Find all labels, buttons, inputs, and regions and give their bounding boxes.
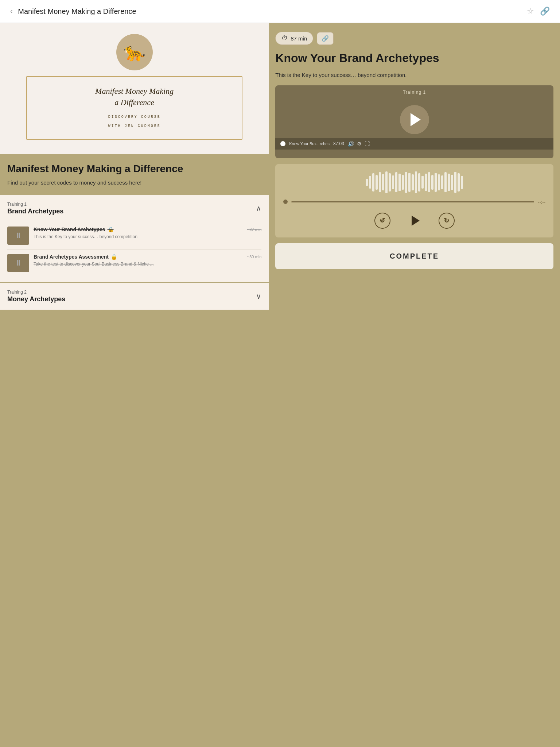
- video-play-icon: [411, 113, 421, 126]
- lesson-2-desc: Take the test to discover your Soul Busi…: [34, 261, 243, 267]
- audio-controls: ↺ 15 ↻ 15: [283, 211, 545, 230]
- video-subtitle: This is the Key to your success… beyond …: [275, 71, 553, 80]
- lesson-2-duration: ~30 min: [247, 255, 261, 259]
- waveform-bar: [438, 174, 440, 190]
- left-column: 🐆 Manifest Money Makinga Difference DISC…: [0, 23, 269, 744]
- waveform-bar: [412, 174, 414, 190]
- waveform-bar: [428, 172, 430, 192]
- leopard-icon: 🐆: [124, 42, 145, 62]
- waveform-bar: [385, 171, 388, 193]
- video-controls: Know Your Bra…rches 87:03 🔊 ⚙ ⛶: [275, 138, 553, 150]
- audio-player: --:-- ↺ 15 ↻ 15: [275, 164, 553, 237]
- waveform-bar: [451, 175, 453, 190]
- lesson-1-info: Know Your Brand Archetypes 🔒 This is the…: [34, 227, 243, 240]
- waveform-bar: [405, 172, 407, 193]
- audio-progress-bar[interactable]: [291, 201, 534, 202]
- training-1-label: Training 1: [7, 202, 63, 207]
- training-2-section: Training 2 Money Archetypes ∨: [0, 283, 269, 310]
- course-image-box: Manifest Money Makinga Difference DISCOV…: [26, 76, 242, 140]
- training-2-header[interactable]: Training 2 Money Archetypes ∨: [0, 283, 269, 310]
- share-icon[interactable]: 🔗: [540, 7, 550, 16]
- training-2-label: Training 2: [7, 290, 65, 295]
- lesson-thumbnail: ⏸: [7, 254, 29, 272]
- waveform-bar: [366, 179, 368, 186]
- video-control-icons: 🔊 ⚙ ⛶: [348, 141, 370, 147]
- lesson-thumbnail: ⏸: [7, 227, 29, 245]
- lessons-list: ⏸ Know Your Brand Archetypes 🔒 This is t…: [0, 222, 269, 282]
- right-column: ⏱ 87 min 🔗 Know Your Brand Archetypes Th…: [269, 23, 560, 744]
- course-description: Find out your secret codes to money and …: [7, 179, 261, 187]
- audio-progress-dot: [283, 200, 288, 204]
- duration-badge: ⏱ 87 min: [275, 32, 313, 45]
- video-title-section: Know Your Brand Archetypes: [275, 51, 553, 65]
- waveform-bar: [435, 173, 437, 192]
- course-image-section: 🐆 Manifest Money Makinga Difference DISC…: [0, 23, 269, 154]
- leopard-avatar: 🐆: [116, 34, 153, 70]
- duration-bar: ⏱ 87 min 🔗: [275, 32, 553, 45]
- back-button[interactable]: ‹: [10, 7, 13, 16]
- audio-play-icon: [412, 216, 420, 226]
- lesson-item[interactable]: ⏸ Know Your Brand Archetypes 🔒 This is t…: [7, 222, 261, 249]
- app-header: ‹ Manifest Money Making a Difference ☆ 🔗: [0, 0, 560, 23]
- header-right: ☆ 🔗: [527, 7, 550, 16]
- waveform-bar: [398, 174, 401, 191]
- waveform-bar: [369, 176, 371, 189]
- training-2-info: Training 2 Money Archetypes: [7, 290, 65, 303]
- chevron-down-icon[interactable]: ∨: [256, 292, 261, 301]
- clock-icon: ⏱: [281, 35, 288, 42]
- video-time: 87:03: [333, 141, 344, 146]
- training-1-info: Training 1 Brand Archetypes: [7, 202, 63, 215]
- link-button[interactable]: 🔗: [317, 32, 334, 45]
- video-title: Know Your Brand Archetypes: [275, 51, 553, 65]
- training-2-name: Money Archetypes: [7, 295, 65, 303]
- audio-play-button[interactable]: [405, 211, 424, 230]
- course-author: WITH JEN CUDMORE: [38, 124, 231, 128]
- lesson-2-title: Brand Archetypes Assessment 🔒: [34, 254, 243, 260]
- video-player[interactable]: Training 1 Know Your Bra…rches 87:03 🔊 ⚙…: [275, 85, 553, 158]
- waveform-bar: [444, 172, 447, 192]
- course-info: Manifest Money Making a Difference Find …: [0, 154, 269, 195]
- rewind-label: 15: [381, 219, 384, 223]
- training-1-name: Brand Archetypes: [7, 208, 63, 215]
- video-volume-icon[interactable]: 🔊: [348, 141, 354, 147]
- forward-button[interactable]: ↻ 15: [439, 213, 455, 229]
- favorite-icon[interactable]: ☆: [527, 7, 534, 16]
- main-layout: 🐆 Manifest Money Makinga Difference DISC…: [0, 23, 560, 744]
- waveform: [283, 171, 545, 193]
- chevron-up-icon[interactable]: ∧: [256, 204, 261, 213]
- course-italic-title: Manifest Money Makinga Difference: [38, 86, 231, 108]
- waveform-bar: [431, 175, 433, 190]
- lesson-item[interactable]: ⏸ Brand Archetypes Assessment 🔒 Take the…: [7, 249, 261, 276]
- waveform-bar: [408, 173, 411, 192]
- header-left: ‹ Manifest Money Making a Difference: [10, 7, 136, 16]
- training-1-header[interactable]: Training 1 Brand Archetypes ∧: [0, 195, 269, 222]
- rewind-button[interactable]: ↺ 15: [374, 213, 390, 229]
- duration-label: 87 min: [291, 35, 307, 42]
- course-subtitle: DISCOVERY COURSE: [38, 115, 231, 119]
- pause-icon: ⏸: [14, 231, 22, 240]
- pause-icon: ⏸: [14, 258, 22, 268]
- waveform-bar: [415, 171, 417, 193]
- header-title: Manifest Money Making a Difference: [18, 7, 136, 16]
- video-title-overlay: Know Your Bra…rches: [289, 142, 330, 146]
- lesson-1-desc: This is the Key to your success… beyond …: [34, 234, 243, 240]
- waveform-bar: [425, 174, 427, 191]
- waveform-bar: [389, 173, 391, 191]
- waveform-bar: [372, 173, 374, 191]
- waveform-bar: [441, 175, 443, 189]
- waveform-bar: [379, 172, 381, 192]
- video-progress-dot: [280, 141, 285, 146]
- complete-button[interactable]: COMPLETE: [275, 243, 553, 269]
- waveform-bar: [376, 175, 378, 190]
- lesson-2-info: Brand Archetypes Assessment 🔒 Take the t…: [34, 254, 243, 267]
- lesson-1-duration: ~87 min: [247, 227, 261, 232]
- waveform-bar: [454, 172, 456, 193]
- forward-label: 15: [445, 219, 448, 223]
- audio-progress-row: --:--: [283, 199, 545, 205]
- lock-icon: 🔒: [111, 254, 117, 260]
- video-thumbnail-circle: [400, 105, 429, 134]
- lock-icon: 🔒: [108, 227, 114, 232]
- video-settings-icon[interactable]: ⚙: [357, 141, 362, 147]
- waveform-bar: [461, 176, 463, 189]
- video-fullscreen-icon[interactable]: ⛶: [365, 141, 370, 147]
